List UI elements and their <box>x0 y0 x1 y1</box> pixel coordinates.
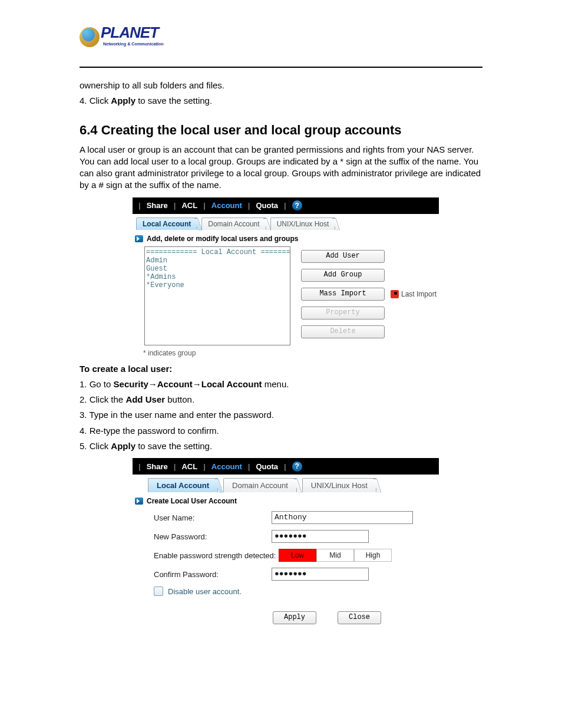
text: to save the setting. <box>135 95 212 106</box>
bold-apply: Apply <box>111 95 135 106</box>
list-item[interactable]: *Everyone <box>146 281 289 289</box>
logo-brand: PLANET <box>101 24 158 42</box>
section-title: Create Local User Account <box>147 497 237 505</box>
bold: Security <box>114 379 148 389</box>
strength-label: Enable password strength detected: <box>154 551 279 560</box>
arrow-icon <box>135 235 143 242</box>
strength-low: Low <box>279 549 316 562</box>
step-1: 1. Go to Security→Account→Local Account … <box>80 378 482 390</box>
strength-mid: Mid <box>316 549 354 562</box>
bold: Local Account <box>201 379 262 389</box>
account-listbox[interactable]: ============ Local Account =============… <box>144 246 290 345</box>
text: 4. Click <box>80 95 111 106</box>
list-item[interactable]: *Admins <box>146 273 289 281</box>
mass-import-button[interactable]: Mass Import <box>301 288 385 301</box>
tab-account[interactable]: Account <box>207 462 247 471</box>
tab-quota[interactable]: Quota <box>251 462 283 471</box>
tab-local-account[interactable]: Local Account <box>148 478 218 492</box>
text: 1. Go to <box>80 379 114 389</box>
tab-domain-account[interactable]: Domain Account <box>201 218 266 230</box>
add-group-button[interactable]: Add Group <box>301 269 385 282</box>
user-name-label: User Name: <box>154 513 272 522</box>
section-title: Add, delete or modify local users and gr… <box>147 235 298 243</box>
paragraph-intro: A local user or group is an account that… <box>80 144 482 192</box>
sub-tabs: Local Account Domain Account UNIX/Linux … <box>148 478 439 492</box>
screenshot-create-user: | Share | ACL | Account | Quota | ? Loca… <box>133 458 439 630</box>
step-4: 4. Re-type the password to confirm. <box>80 425 482 437</box>
bold: Add User <box>125 394 165 404</box>
tab-unix-host[interactable]: UNIX/Linux Host <box>270 218 336 230</box>
paragraph-ownership: ownership to all sub folders and files. <box>80 80 482 91</box>
text: menu. <box>262 379 289 389</box>
tab-unix-host[interactable]: UNIX/Linux Host <box>302 478 376 492</box>
tab-share[interactable]: Share <box>142 201 173 210</box>
disable-user-checkbox[interactable] <box>154 587 163 596</box>
logo-tagline: Networking & Communication <box>103 41 164 47</box>
confirm-password-label: Confirm Password: <box>154 570 272 579</box>
logo: PLANET Networking & Communication <box>80 24 482 55</box>
step-3: 3. Type in the user name and enter the p… <box>80 409 482 421</box>
tab-share[interactable]: Share <box>142 462 173 471</box>
disable-user-label: Disable user account. <box>168 587 242 596</box>
apply-button[interactable]: Apply <box>273 611 316 624</box>
text: button. <box>165 394 194 404</box>
new-password-label: New Password: <box>154 532 272 541</box>
tab-local-account[interactable]: Local Account <box>136 218 197 230</box>
header-divider <box>80 67 482 68</box>
tab-account[interactable]: Account <box>207 201 247 210</box>
bold: Account <box>157 379 193 389</box>
listbox-header: ============ Local Account ============= <box>146 248 289 256</box>
list-item[interactable]: Guest <box>146 265 289 273</box>
help-icon[interactable]: ? <box>292 200 302 210</box>
text: to save the setting. <box>135 441 212 451</box>
create-local-user-header: To create a local user: <box>80 363 482 375</box>
globe-icon <box>80 27 100 47</box>
tab-acl[interactable]: ACL <box>177 201 202 210</box>
tab-acl[interactable]: ACL <box>177 462 202 471</box>
last-import-label: Last Import <box>401 290 437 298</box>
section-heading: 6.4 Creating the local user and local gr… <box>80 123 482 138</box>
tab-quota[interactable]: Quota <box>251 201 283 210</box>
step-5: 5. Click Apply to save the setting. <box>80 440 482 452</box>
last-import-icon <box>391 290 399 298</box>
arrow-icon <box>135 498 143 505</box>
property-button[interactable]: Property <box>301 307 385 319</box>
screenshot-account-list: | Share | ACL | Account | Quota | ? Loca… <box>133 197 439 357</box>
topbar: | Share | ACL | Account | Quota | ? <box>133 197 439 214</box>
help-icon[interactable]: ? <box>292 462 302 472</box>
close-button[interactable]: Close <box>338 611 381 624</box>
text: 5. Click <box>80 441 111 451</box>
delete-button[interactable]: Delete <box>301 325 385 338</box>
paragraph-apply-4: 4. Click Apply to save the setting. <box>80 95 482 107</box>
text: 2. Click the <box>80 394 125 404</box>
topbar: | Share | ACL | Account | Quota | ? <box>133 458 439 475</box>
new-password-input[interactable]: ●●●●●●● <box>272 530 369 543</box>
footnote: * indicates group <box>143 349 439 357</box>
strength-high: High <box>354 549 392 562</box>
bold: Apply <box>111 441 135 451</box>
add-user-button[interactable]: Add User <box>301 250 385 263</box>
confirm-password-input[interactable]: ●●●●●●● <box>272 568 369 581</box>
step-2: 2. Click the Add User button. <box>80 394 482 406</box>
last-import-link[interactable]: Last Import <box>391 290 437 298</box>
sub-tabs: Local Account Domain Account UNIX/Linux … <box>136 218 439 230</box>
list-item[interactable]: Admin <box>146 256 289 265</box>
user-name-input[interactable]: Anthony <box>272 511 413 524</box>
password-strength-meter: Low Mid High <box>279 549 392 562</box>
tab-domain-account[interactable]: Domain Account <box>223 478 297 492</box>
